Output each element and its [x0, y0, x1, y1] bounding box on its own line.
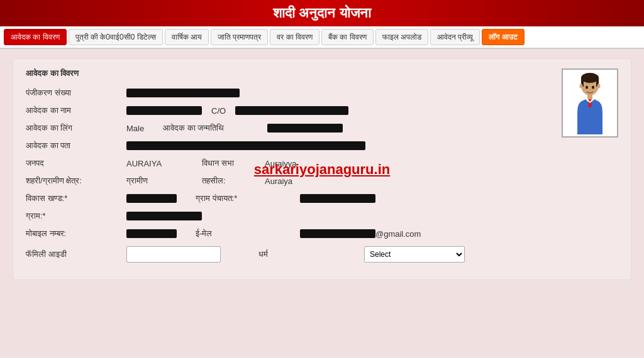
svg-point-8 [592, 86, 594, 89]
dharma-select[interactable]: Select हिन्दू मुस्लिम सिख ईसाई बौद्ध जैन [364, 246, 465, 263]
form-section: आवेदक का विवरण [13, 58, 631, 280]
address-label: आवेदक का पता [26, 141, 126, 151]
svg-point-7 [586, 86, 588, 89]
tehsil-value: Auraiya [265, 176, 292, 186]
mobile-email-row: मोबाइल नम्बर: ई-मेल @gmail.com [26, 229, 618, 239]
dharma-label: धर्म [258, 249, 359, 259]
tab-bank-details[interactable]: बैंक का विवरण [321, 29, 374, 45]
gram-panchayat-value-redacted [300, 194, 375, 203]
registration-value-redacted [126, 89, 240, 97]
main-content: आवेदक का विवरण [0, 49, 644, 357]
gender-value: Male [126, 124, 144, 133]
section-title: आवेदक का विवरण [26, 68, 618, 79]
registration-row: पंजीकरण संख्या [26, 88, 618, 98]
tab-preview[interactable]: आवेदन प्रीव्यू [430, 29, 480, 45]
page-header: शादी अनुदान योजना [0, 0, 644, 26]
mobile-value-redacted [126, 229, 177, 238]
shahari-row: शहरी/ग्रामीण क्षेत्र: ग्रामीण तहसील: Aur… [26, 176, 618, 186]
name-value-redacted [126, 106, 202, 115]
janpad-label: जनपद [26, 158, 126, 168]
dob-value-redacted [267, 124, 343, 133]
dob-label: आवेदक का जन्मतिथि [163, 123, 264, 133]
tab-caste-certificate[interactable]: जाति प्रमाणपत्र [211, 29, 268, 45]
name-row: आवेदक का नाम C/O [26, 106, 618, 116]
name-label: आवेदक का नाम [26, 106, 126, 116]
svg-point-9 [580, 84, 583, 89]
gram-value-redacted [126, 212, 202, 220]
vikas-label: विकास खण्ड:* [26, 193, 126, 203]
tab-groom-details[interactable]: वर का विवरण [270, 29, 319, 45]
janpad-value: AURAIYA [126, 159, 202, 168]
co-value-redacted [235, 106, 348, 115]
registration-label: पंजीकरण संख्या [26, 88, 126, 98]
page-title: शादी अनुदान योजना [273, 5, 370, 21]
gram-label: ग्राम:* [26, 211, 126, 221]
tab-logout[interactable]: लॉग आउट [482, 29, 524, 45]
family-id-input[interactable] [126, 246, 221, 263]
svg-point-10 [597, 84, 601, 89]
shahari-label: शहरी/ग्रामीण क्षेत्र: [26, 176, 126, 186]
tab-annual-income[interactable]: वार्षिक आय [165, 29, 209, 45]
email-suffix: @gmail.com [375, 229, 421, 239]
address-value-redacted [126, 141, 365, 150]
person-avatar-icon [568, 72, 612, 134]
co-text: C/O [211, 106, 226, 116]
tab-file-upload[interactable]: फाइल अपलोड [375, 29, 428, 45]
address-row: आवेदक का पता [26, 141, 618, 151]
navigation-bar: आवेदक का विवरण पुत्री की के0वाई0सी0 डिटे… [0, 26, 644, 49]
vikas-row: विकास खण्ड:* ग्राम पंचायत:* [26, 193, 618, 203]
svg-point-1 [581, 73, 599, 83]
tehsil-label: तहसील: [202, 176, 265, 186]
shahari-value: ग्रामीण [126, 176, 202, 186]
gram-row: ग्राम:* [26, 211, 618, 221]
mobile-label: मोबाइल नम्बर: [26, 229, 126, 239]
email-value-redacted [300, 229, 375, 238]
tab-applicant-details[interactable]: आवेदक का विवरण [4, 29, 67, 45]
vikas-value-redacted [126, 194, 177, 203]
tab-daughter-kyc[interactable]: पुत्री की के0वाई0सी0 डिटेल्स [69, 29, 163, 45]
gram-panchayat-label: ग्राम पंचायत:* [196, 193, 296, 203]
vidhan-label: विधान सभा [202, 158, 265, 168]
applicant-photo [562, 68, 618, 138]
gender-dob-row: आवेदक का लिंग Male आवेदक का जन्मतिथि [26, 123, 618, 133]
vidhan-value: Auraiyya [265, 159, 297, 168]
family-dharma-row: फॅमिली आइडी धर्म Select हिन्दू मुस्लिम स… [26, 246, 618, 263]
email-label: ई-मेल [196, 229, 296, 239]
gender-label: आवेदक का लिंग [26, 123, 126, 133]
family-id-label: फॅमिली आइडी [26, 249, 126, 259]
janpad-row: जनपद AURAIYA विधान सभा Auraiyya [26, 158, 618, 168]
